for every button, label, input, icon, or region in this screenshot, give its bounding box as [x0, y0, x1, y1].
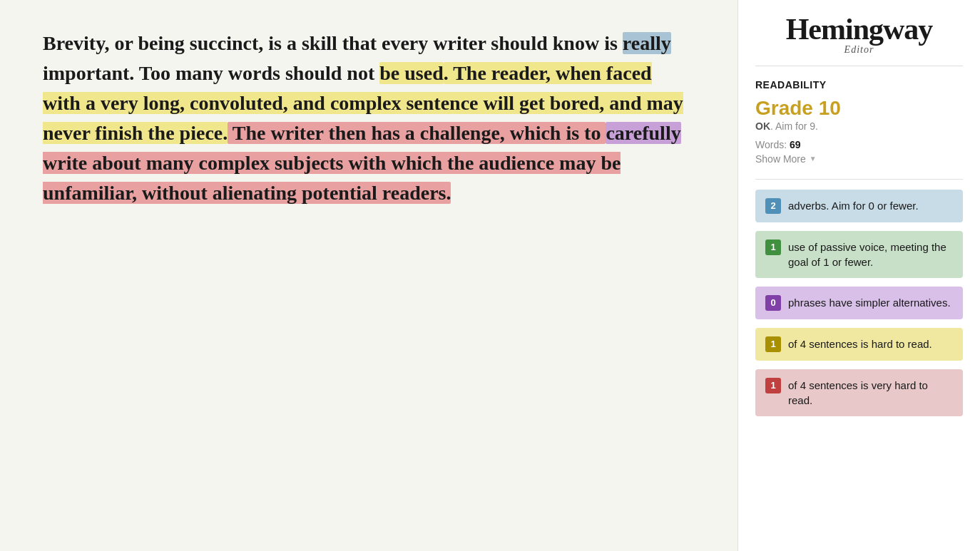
text-segment-2: important. Too many words should not: [43, 62, 379, 84]
app-title-main: Hemingway: [755, 14, 963, 44]
editor-area[interactable]: Brevity, or being succinct, is a skill t…: [0, 0, 737, 551]
hard-read-text: of 4 sentences is hard to read.: [788, 336, 932, 351]
show-more-button[interactable]: Show More ▼: [755, 153, 817, 165]
sidebar: Hemingway Editor Readability Grade 10 OK…: [737, 0, 980, 551]
simpler-text: phrases have simpler alternatives.: [788, 295, 951, 310]
stat-card-hard-read: 1 of 4 sentences is hard to read.: [755, 328, 963, 361]
app-title-sub: Editor: [755, 44, 963, 56]
hard-read-badge: 1: [765, 336, 781, 352]
simpler-badge: 0: [765, 295, 781, 311]
stat-card-passive-voice: 1 use of passive voice, meeting the goal…: [755, 231, 963, 278]
stat-card-simpler: 0 phrases have simpler alternatives.: [755, 287, 963, 319]
grade-aim: . Aim for 9.: [770, 120, 818, 132]
stat-card-adverbs: 2 adverbs. Aim for 0 or fewer.: [755, 190, 963, 222]
text-highlight-challenge: The writer then has a challenge, which i…: [228, 122, 606, 144]
grade-ok: OK: [755, 120, 770, 132]
adverbs-badge: 2: [765, 198, 781, 214]
text-highlight-really: really: [623, 32, 671, 54]
stats-divider: [755, 179, 963, 180]
grade-subtext: OK. Aim for 9.: [755, 120, 963, 132]
text-highlight-carefully: carefully: [606, 122, 680, 144]
very-hard-read-text: of 4 sentences is very hard to read.: [788, 378, 953, 408]
text-segment-1: Brevity, or being succinct, is a skill t…: [43, 32, 623, 54]
stat-card-very-hard-read: 1 of 4 sentences is very hard to read.: [755, 369, 963, 416]
readability-label: Readability: [755, 79, 963, 91]
words-line: Words: 69: [755, 139, 963, 150]
show-more-label: Show More: [755, 153, 806, 165]
chevron-down-icon: ▼: [810, 155, 817, 163]
text-highlight-be-used: be used: [379, 62, 443, 84]
adverbs-text: adverbs. Aim for 0 or fewer.: [788, 198, 919, 213]
text-highlight-complex-subjects: write about many complex subjects with w…: [43, 152, 621, 204]
words-count: 69: [790, 139, 801, 150]
passive-voice-text: use of passive voice, meeting the goal o…: [788, 240, 953, 269]
grade-value: Grade 10: [755, 96, 963, 120]
passive-voice-badge: 1: [765, 240, 781, 255]
very-hard-read-badge: 1: [765, 378, 781, 393]
app-title-block: Hemingway Editor: [755, 14, 963, 66]
editor-content[interactable]: Brevity, or being succinct, is a skill t…: [43, 29, 685, 208]
words-label: Words: [755, 139, 784, 150]
